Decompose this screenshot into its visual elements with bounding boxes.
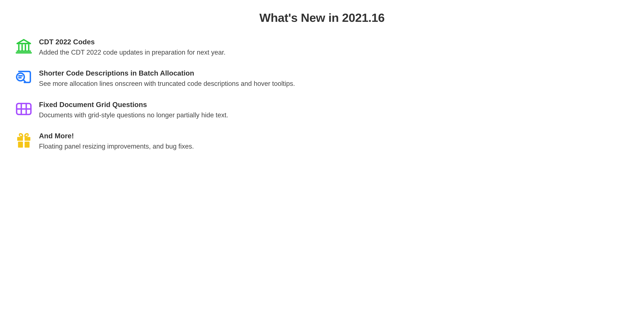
feature-title: And More! <box>39 132 194 140</box>
svg-rect-16 <box>24 137 30 141</box>
svg-rect-18 <box>24 142 30 148</box>
svg-rect-15 <box>17 137 23 141</box>
feature-item: And More! Floating panel resizing improv… <box>15 132 629 151</box>
page-title: What's New in 2021.16 <box>15 11 629 24</box>
gift-icon <box>15 132 32 149</box>
feature-title: Shorter Code Descriptions in Batch Alloc… <box>39 69 295 77</box>
svg-line-10 <box>23 80 25 82</box>
feature-description: Added the CDT 2022 code updates in prepa… <box>39 48 226 57</box>
feature-title: CDT 2022 Codes <box>39 38 226 46</box>
feature-title: Fixed Document Grid Questions <box>39 100 228 109</box>
feature-item: CDT 2022 Codes Added the CDT 2022 code u… <box>15 38 629 57</box>
feature-description: See more allocation lines onscreen with … <box>39 80 295 88</box>
feature-item: Shorter Code Descriptions in Batch Alloc… <box>15 69 629 88</box>
features-list: CDT 2022 Codes Added the CDT 2022 code u… <box>15 38 629 151</box>
feature-item: Fixed Document Grid Questions Documents … <box>15 100 629 120</box>
search-doc-icon <box>15 69 32 86</box>
bank-icon <box>15 38 32 55</box>
feature-description: Floating panel resizing improvements, an… <box>39 142 194 151</box>
grid-icon <box>15 100 32 118</box>
svg-rect-17 <box>18 142 23 148</box>
feature-description: Documents with grid-style questions no l… <box>39 111 228 120</box>
